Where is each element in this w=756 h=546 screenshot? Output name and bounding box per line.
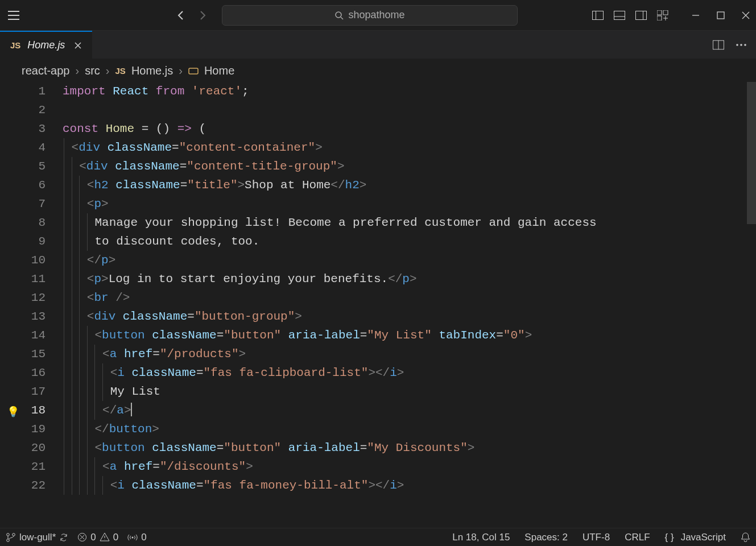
svg-rect-7 (657, 10, 662, 15)
language-name: JavaScript (681, 532, 726, 543)
source-control-branch[interactable]: low-gull* (6, 532, 68, 543)
js-file-icon: JS (115, 66, 126, 76)
svg-point-17 (7, 539, 10, 541)
branch-icon (6, 532, 16, 543)
warning-count: 0 (113, 532, 118, 543)
maximize-icon[interactable] (715, 10, 726, 21)
ports-status[interactable]: 0 (127, 532, 146, 543)
svg-rect-2 (593, 11, 596, 19)
svg-rect-9 (657, 16, 662, 20)
more-actions-icon[interactable] (736, 39, 747, 51)
js-file-icon: JS (10, 40, 20, 50)
sync-icon[interactable] (59, 533, 68, 542)
status-bar: low-gull* 0 0 0 Ln 18, Col 15 Spaces: 2 … (0, 528, 756, 546)
svg-point-20 (132, 536, 134, 538)
ports-count: 0 (141, 532, 146, 543)
breadcrumb-segment[interactable]: Home.js (131, 64, 173, 77)
error-icon (77, 532, 87, 542)
tab-home-js[interactable]: JS Home.js (0, 31, 92, 59)
indentation-status[interactable]: Spaces: 2 (524, 532, 568, 543)
warning-icon (100, 532, 110, 542)
layout-left-icon[interactable] (592, 10, 604, 21)
command-center-search[interactable]: shopathome (222, 5, 518, 26)
svg-rect-3 (614, 11, 625, 19)
language-mode[interactable]: { } JavaScript (665, 532, 726, 543)
svg-rect-6 (643, 11, 647, 19)
layout-bottom-icon[interactable] (614, 10, 625, 21)
eol-status[interactable]: CRLF (625, 532, 650, 543)
split-editor-icon[interactable] (713, 39, 724, 51)
lightbulb-icon[interactable]: 💡 (7, 403, 19, 422)
cursor-position[interactable]: Ln 18, Col 15 (452, 532, 510, 543)
encoding-status[interactable]: UTF-8 (583, 532, 610, 543)
nav-forward-icon[interactable] (197, 10, 208, 21)
breadcrumb-segment[interactable]: src (85, 64, 100, 77)
svg-rect-15 (189, 68, 198, 74)
tab-bar: JS Home.js (0, 31, 756, 59)
branch-name: low-gull* (19, 532, 56, 543)
chevron-right-icon: › (179, 64, 183, 77)
svg-point-0 (336, 12, 341, 18)
breadcrumb[interactable]: react-app › src › JS Home.js › Home (0, 59, 756, 82)
svg-point-13 (740, 44, 742, 46)
breadcrumb-symbol[interactable]: Home (204, 64, 234, 77)
chevron-right-icon: › (76, 64, 80, 77)
svg-rect-10 (717, 12, 724, 19)
svg-point-12 (736, 44, 738, 46)
search-text: shopathome (348, 9, 404, 21)
line-number-gutter: 12345678910111213141516171819202122 (0, 82, 63, 528)
close-window-icon[interactable] (740, 10, 751, 21)
menu-icon[interactable] (5, 6, 23, 24)
svg-rect-4 (614, 16, 625, 20)
tab-filename: Home.js (27, 39, 65, 51)
customize-layout-icon[interactable] (657, 10, 668, 21)
svg-point-18 (13, 533, 15, 536)
code-editor[interactable]: 12345678910111213141516171819202122 impo… (0, 82, 756, 528)
error-count: 0 (90, 532, 96, 543)
code-content[interactable]: import React from 'react';const Home = (… (63, 82, 756, 528)
minimize-icon[interactable] (690, 10, 701, 21)
svg-rect-8 (663, 10, 668, 15)
tab-close-icon[interactable] (72, 39, 84, 52)
chevron-right-icon: › (106, 64, 110, 77)
svg-rect-1 (593, 11, 604, 19)
layout-right-icon[interactable] (635, 10, 647, 21)
nav-back-icon[interactable] (175, 10, 187, 21)
title-bar: shopathome (0, 0, 756, 31)
notifications-icon[interactable] (741, 532, 750, 543)
problems-status[interactable]: 0 0 (77, 532, 118, 543)
radio-tower-icon (127, 533, 138, 542)
braces-icon: { } (665, 532, 674, 543)
svg-point-16 (7, 533, 10, 536)
symbol-variable-icon (188, 64, 199, 77)
svg-point-14 (744, 44, 746, 46)
svg-rect-5 (636, 11, 647, 19)
search-icon (334, 11, 344, 20)
breadcrumb-segment[interactable]: react-app (22, 64, 70, 77)
vertical-scrollbar[interactable] (747, 82, 756, 224)
